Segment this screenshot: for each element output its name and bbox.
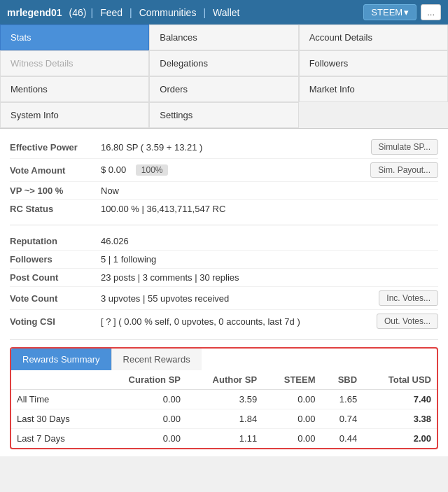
- menu-item-account-details[interactable]: Account Details: [299, 24, 448, 50]
- vp-value: Now: [101, 185, 438, 196]
- rewards-table-row: Last 7 Days 0.00 1.11 0.00 0.44 2.00: [11, 429, 437, 449]
- reputation-value: 46.026: [101, 236, 438, 246]
- vote-percent-badge: 100%: [136, 164, 169, 176]
- menu-item-balances[interactable]: Balances: [149, 24, 298, 50]
- stats-section: Effective Power 16.80 SP ( 3.59 + 13.21 …: [10, 136, 438, 225]
- sbd-cell: 1.65: [321, 390, 363, 409]
- post-count-value: 23 posts | 3 comments | 30 replies: [101, 272, 438, 283]
- rc-status-label: RC Status: [10, 204, 101, 214]
- col-header-curation-sp: Curation SP: [99, 370, 186, 390]
- reputation-row: Reputation 46.026: [10, 232, 438, 251]
- vote-amount-row: Vote Amount $ 0.00 100% Sim. Payout...: [10, 159, 438, 182]
- col-header-steem: STEEM: [262, 370, 321, 390]
- communities-link[interactable]: Communities: [136, 7, 200, 18]
- steem-cell: 0.00: [262, 390, 321, 409]
- vp-row: VP ~> 100 % Now: [10, 182, 438, 200]
- inc-votes-button[interactable]: Inc. Votes...: [379, 290, 438, 306]
- post-count-label: Post Count: [10, 272, 101, 283]
- steem-label: STEEM: [371, 7, 402, 17]
- sep1: |: [91, 7, 94, 18]
- curation-sp-cell: 0.00: [99, 390, 186, 409]
- voting-csi-value: [ ? ] ( 0.00 % self, 0 upvotes, 0 accoun…: [101, 316, 377, 327]
- top-nav-right: STEEM ▾ ...: [363, 4, 441, 20]
- username: mrlegend01: [7, 7, 62, 18]
- menu-item-followers[interactable]: Followers: [299, 50, 448, 76]
- menu-item-settings[interactable]: Settings: [149, 102, 298, 128]
- menu-item-market-info[interactable]: Market Info: [299, 76, 448, 102]
- out-votes-button[interactable]: Out. Votes...: [377, 314, 438, 329]
- wallet-link[interactable]: Wallet: [210, 7, 242, 18]
- top-nav: mrlegend01 (46) | Feed | Communities | W…: [0, 0, 448, 24]
- steem-cell: 0.00: [262, 429, 321, 449]
- menu-grid: Stats Balances Account Details Witness D…: [0, 24, 448, 129]
- curation-sp-cell: 0.00: [99, 429, 186, 449]
- col-header-sbd: SBD: [321, 370, 363, 390]
- vote-count-value: 3 upvotes | 55 upvotes received: [101, 293, 379, 304]
- menu-item-mentions[interactable]: Mentions: [0, 76, 149, 102]
- author-sp-cell: 1.84: [186, 409, 262, 429]
- reputation-section: Reputation 46.026 Followers 5 | 1 follow…: [10, 232, 438, 340]
- user-level: (46): [69, 7, 87, 18]
- col-header-rewards: [11, 370, 99, 390]
- steem-cell: 0.00: [262, 409, 321, 429]
- rewards-section: Rewards Summary Recent Rewards Curation …: [10, 347, 438, 449]
- vote-count-actions: Inc. Votes...: [379, 290, 438, 306]
- author-sp-cell: 3.59: [186, 390, 262, 409]
- total-usd-cell: 2.00: [363, 429, 437, 449]
- rewards-table-row: All Time 0.00 3.59 0.00 1.65 7.40: [11, 390, 437, 409]
- sep2: |: [130, 7, 132, 18]
- more-button[interactable]: ...: [421, 4, 441, 20]
- col-header-author-sp: Author SP: [186, 370, 262, 390]
- rewards-tabs: Rewards Summary Recent Rewards: [11, 349, 437, 370]
- voting-csi-row: Voting CSI [ ? ] ( 0.00 % self, 0 upvote…: [10, 310, 438, 332]
- total-usd-cell: 7.40: [363, 390, 437, 409]
- vote-amount-actions: Sim. Payout...: [370, 162, 438, 178]
- voting-csi-actions: Out. Votes...: [377, 314, 438, 329]
- followers-row: Followers 5 | 1 following: [10, 251, 438, 269]
- sim-payout-button[interactable]: Sim. Payout...: [370, 162, 438, 178]
- reputation-label: Reputation: [10, 236, 101, 246]
- rc-status-row: RC Status 100.00 % | 36,413,711,547 RC: [10, 200, 438, 218]
- rewards-table-row: Last 30 Days 0.00 1.84 0.00 0.74 3.38: [11, 409, 437, 429]
- effective-power-label: Effective Power: [10, 142, 101, 153]
- menu-item-witness-details: Witness Details: [0, 50, 149, 76]
- period-cell: Last 7 Days: [11, 429, 99, 449]
- voting-csi-label: Voting CSI: [10, 316, 101, 327]
- vote-count-row: Vote Count 3 upvotes | 55 upvotes receiv…: [10, 287, 438, 310]
- menu-item-system-info[interactable]: System Info: [0, 102, 149, 128]
- followers-label: Followers: [10, 254, 101, 265]
- menu-item-orders[interactable]: Orders: [149, 76, 298, 102]
- tab-recent-rewards[interactable]: Recent Rewards: [111, 349, 202, 370]
- rewards-table-header-row: Curation SP Author SP STEEM SBD Total US…: [11, 370, 437, 390]
- effective-power-actions: Simulate SP...: [371, 139, 438, 155]
- vote-count-label: Vote Count: [10, 293, 101, 304]
- sbd-cell: 0.44: [321, 429, 363, 449]
- chevron-down-icon: ▾: [404, 7, 409, 17]
- post-count-row: Post Count 23 posts | 3 comments | 30 re…: [10, 269, 438, 287]
- tab-rewards-summary[interactable]: Rewards Summary: [11, 349, 111, 370]
- vote-amount-value: $ 0.00 100%: [101, 164, 370, 176]
- followers-value: 5 | 1 following: [101, 254, 438, 265]
- total-usd-cell: 3.38: [363, 409, 437, 429]
- effective-power-value: 16.80 SP ( 3.59 + 13.21 ): [101, 142, 371, 153]
- curation-sp-cell: 0.00: [99, 409, 186, 429]
- col-header-total-usd: Total USD: [363, 370, 437, 390]
- feed-link[interactable]: Feed: [97, 7, 125, 18]
- vote-amount-label: Vote Amount: [10, 165, 101, 176]
- vp-label: VP ~> 100 %: [10, 185, 101, 196]
- sbd-cell: 0.74: [321, 409, 363, 429]
- simulate-sp-button[interactable]: Simulate SP...: [371, 139, 438, 155]
- steem-button[interactable]: STEEM ▾: [363, 4, 416, 20]
- menu-item-empty: [299, 102, 448, 128]
- period-cell: All Time: [11, 390, 99, 409]
- effective-power-row: Effective Power 16.80 SP ( 3.59 + 13.21 …: [10, 136, 438, 159]
- author-sp-cell: 1.11: [186, 429, 262, 449]
- menu-item-delegations[interactable]: Delegations: [149, 50, 298, 76]
- sep3: |: [203, 7, 206, 18]
- period-cell: Last 30 Days: [11, 409, 99, 429]
- rc-status-value: 100.00 % | 36,413,711,547 RC: [101, 204, 438, 214]
- main-content: Effective Power 16.80 SP ( 3.59 + 13.21 …: [0, 129, 448, 456]
- rewards-table: Curation SP Author SP STEEM SBD Total US…: [11, 370, 437, 448]
- menu-item-stats[interactable]: Stats: [0, 24, 149, 50]
